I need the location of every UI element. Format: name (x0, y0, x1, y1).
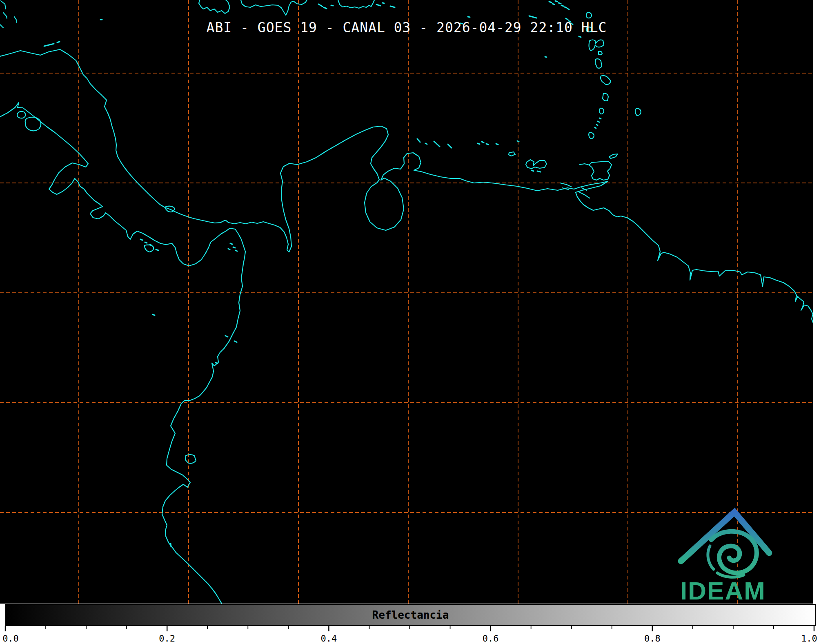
island-guadeloupe (589, 40, 604, 51)
colorbar-label: Reflectancia (0, 609, 821, 621)
colorbar-axis: 0.00.20.40.60.81.0 (0, 626, 821, 644)
island-jamaica (199, 0, 230, 13)
tick-label: 1.0 (801, 633, 817, 644)
island-st-vincent (599, 108, 604, 114)
tick-label: 0.6 (483, 633, 499, 644)
image-title: ABI - GOES 19 - CANAL 03 - 2026-04-29 22… (0, 20, 813, 36)
islets-abc-and-roques (417, 139, 541, 172)
island-puerto-rico-south (338, 0, 374, 8)
map-canvas: IDEAM (0, 0, 813, 604)
island-marie-galante (599, 51, 602, 55)
map-area: IDEAM ABI - GOES 19 - CANAL 03 - 2026-04… (0, 0, 813, 604)
island-martinique (601, 76, 611, 85)
island-margarita (526, 160, 547, 169)
coast-pacific-mainland (0, 103, 245, 604)
tick-label: 0.0 (2, 633, 19, 644)
satellite-image-figure: IDEAM ABI - GOES 19 - CANAL 03 - 2026-04… (0, 0, 821, 644)
island-la-tortuga (509, 152, 515, 156)
island-puna (185, 455, 196, 464)
islets-grenadines (595, 118, 601, 128)
island-barbuda (586, 13, 592, 18)
island-coiba (145, 245, 154, 252)
tick-label: 0.8 (644, 633, 661, 644)
island-st-lucia (603, 94, 608, 101)
colorbar-strip: Reflectancia 0.00.20.40.60.81.0 (0, 604, 821, 644)
island-tobago (609, 154, 618, 158)
island-hispaniola-south (241, 0, 307, 15)
island-grenada (589, 133, 594, 139)
island-trinidad (580, 162, 612, 180)
tick-label: 0.4 (321, 633, 337, 644)
hurricane-swirl-icon (711, 531, 756, 573)
lake-managua (17, 111, 25, 118)
orinoco-delta-channels (560, 183, 590, 198)
ideam-logo-text: IDEAM (680, 577, 766, 604)
lake-nicaragua (25, 117, 41, 131)
tick-label: 0.2 (159, 633, 175, 644)
ideam-logo: IDEAM (680, 512, 769, 604)
island-barbados (635, 109, 641, 116)
island-dominica (595, 59, 602, 68)
latlon-gridlines (0, 0, 813, 604)
coastlines (0, 0, 813, 604)
coast-caribbean-mainland (0, 49, 813, 323)
